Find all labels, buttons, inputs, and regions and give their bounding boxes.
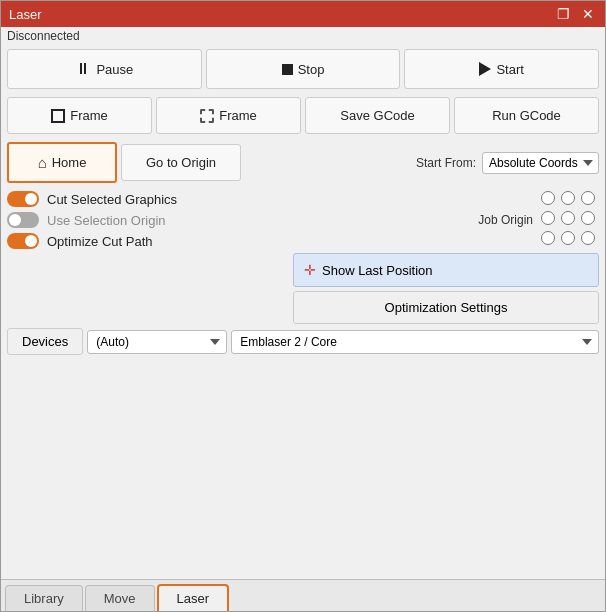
radio-bot-right[interactable] (581, 231, 595, 245)
empty-area (7, 361, 599, 511)
combined-row: Cut Selected Graphics Use Selection Orig… (7, 191, 599, 324)
radio-mid-right[interactable] (581, 211, 595, 225)
use-selection-row: Use Selection Origin (7, 212, 287, 228)
job-origin-label: Job Origin (478, 213, 533, 227)
devices-row: Devices (Auto) Emblaser 2 / Core (7, 328, 599, 355)
radio-top-right[interactable] (581, 191, 595, 205)
radio-mid-left[interactable] (541, 211, 555, 225)
pause-button[interactable]: ⏸ Pause (7, 49, 202, 89)
optimize-cut-label: Optimize Cut Path (47, 234, 153, 249)
title-bar: Laser ❐ ✕ (1, 1, 605, 27)
frame-solid-button[interactable]: Frame (7, 97, 152, 134)
restore-button[interactable]: ❐ (554, 7, 573, 21)
toggles-panel: Cut Selected Graphics Use Selection Orig… (7, 191, 287, 324)
window-title: Laser (9, 7, 42, 22)
close-button[interactable]: ✕ (579, 7, 597, 21)
tab-move[interactable]: Move (85, 585, 155, 611)
cut-selected-toggle[interactable] (7, 191, 39, 207)
devices-button[interactable]: Devices (7, 328, 83, 355)
frame-dash-icon (200, 109, 214, 123)
devices-auto-select[interactable]: (Auto) (87, 330, 227, 354)
title-bar-controls: ❐ ✕ (554, 7, 597, 21)
home-icon: ⌂ (38, 154, 47, 171)
show-last-position-button[interactable]: ✛ Show Last Position (293, 253, 599, 287)
main-content: ⏸ Pause Stop Start Frame (1, 45, 605, 579)
start-from-label: Start From: (416, 156, 476, 170)
home-button[interactable]: ⌂ Home (7, 142, 117, 183)
tab-laser[interactable]: Laser (157, 584, 230, 611)
radio-mid-center[interactable] (561, 211, 575, 225)
right-panel: Job Origin (293, 191, 599, 324)
start-from-select[interactable]: Absolute Coords (482, 152, 599, 174)
tab-bar: Library Move Laser (1, 579, 605, 611)
optimization-settings-button[interactable]: Optimization Settings (293, 291, 599, 324)
stop-button[interactable]: Stop (206, 49, 401, 89)
optimize-cut-row: Optimize Cut Path (7, 233, 287, 249)
connection-status: Disconnected (7, 29, 80, 43)
job-origin-row: Job Origin (293, 191, 599, 249)
cut-selected-label: Cut Selected Graphics (47, 192, 177, 207)
frame-dash-button[interactable]: Frame (156, 97, 301, 134)
use-selection-toggle[interactable] (7, 212, 39, 228)
save-gcode-button[interactable]: Save GCode (305, 97, 450, 134)
controls-grid: ⏸ Pause Stop Start Frame (7, 49, 599, 361)
frame-row: Frame Frame Save GCode Run GCode (7, 97, 599, 134)
devices-machine-select[interactable]: Emblaser 2 / Core (231, 330, 599, 354)
playback-row: ⏸ Pause Stop Start (7, 49, 599, 89)
main-window: Laser ❐ ✕ Disconnected ⏸ Pause Stop (0, 0, 606, 612)
frame-solid-icon (51, 109, 65, 123)
start-icon (479, 62, 491, 76)
go-to-origin-button[interactable]: Go to Origin (121, 144, 241, 181)
radio-bot-left[interactable] (541, 231, 555, 245)
radio-top-center[interactable] (561, 191, 575, 205)
job-origin-radio-grid (541, 191, 599, 249)
run-gcode-button[interactable]: Run GCode (454, 97, 599, 134)
tab-library[interactable]: Library (5, 585, 83, 611)
status-bar: Disconnected (1, 27, 605, 45)
use-selection-label: Use Selection Origin (47, 213, 166, 228)
cut-selected-row: Cut Selected Graphics (7, 191, 287, 207)
radio-bot-center[interactable] (561, 231, 575, 245)
start-button[interactable]: Start (404, 49, 599, 89)
home-row: ⌂ Home Go to Origin Start From: Absolute… (7, 142, 599, 183)
pause-icon: ⏸ (75, 60, 91, 78)
stop-icon (282, 64, 293, 75)
optimize-cut-toggle[interactable] (7, 233, 39, 249)
start-from-group: Start From: Absolute Coords (245, 152, 599, 174)
radio-top-left[interactable] (541, 191, 555, 205)
crosshair-icon: ✛ (304, 262, 316, 278)
